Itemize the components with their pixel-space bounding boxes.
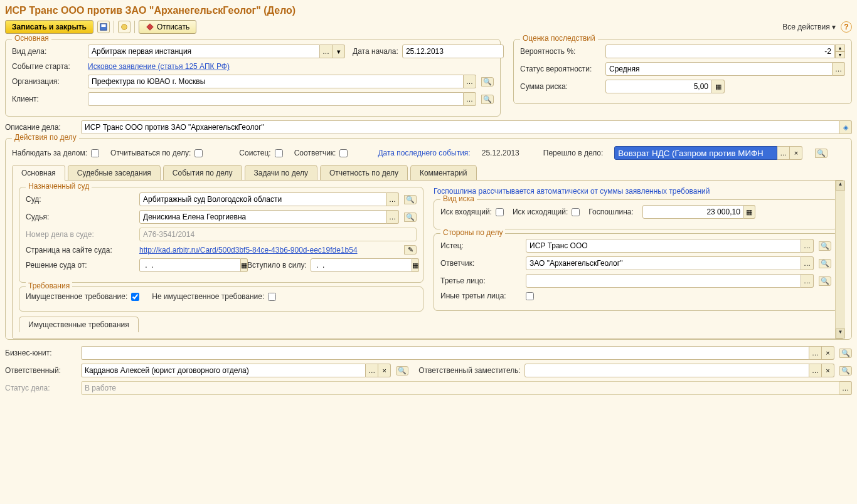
effect-input[interactable] xyxy=(311,258,412,272)
all-actions-dropdown[interactable]: Все действия ▾ xyxy=(782,23,836,31)
search-icon[interactable]: 🔍 xyxy=(819,276,831,286)
risk-input[interactable] xyxy=(605,80,712,93)
judge-label: Судья: xyxy=(26,213,136,221)
codefendant-checkbox[interactable] xyxy=(339,149,348,157)
calculator-icon[interactable]: ▦ xyxy=(712,80,725,93)
unit-input[interactable] xyxy=(81,346,809,360)
prob-label: Вероятность %: xyxy=(520,47,602,56)
scroll-track[interactable] xyxy=(836,191,845,328)
clear-icon[interactable]: × xyxy=(378,364,391,377)
incoming-checkbox[interactable] xyxy=(496,208,504,216)
start-date-input[interactable] xyxy=(402,45,504,58)
search-icon[interactable]: 🔍 xyxy=(819,241,831,251)
report-checkbox-label: Отчитываться по делу: xyxy=(110,149,203,157)
calculator-icon[interactable]: ▦ xyxy=(744,205,755,219)
prop-claim-checkbox[interactable] xyxy=(131,293,139,301)
deputy-input[interactable] xyxy=(524,364,809,377)
fee-input[interactable] xyxy=(642,205,744,219)
defendant-input[interactable] xyxy=(526,256,801,270)
tab-main[interactable]: Основная xyxy=(12,165,65,181)
spinner-up-icon[interactable]: ▲ xyxy=(835,45,845,51)
third-input[interactable] xyxy=(526,274,801,288)
court-page-link[interactable]: http://kad.arbitr.ru/Card/500d3bf5-84ce-… xyxy=(139,246,399,255)
coistets-checkbox[interactable] xyxy=(275,149,283,157)
tab-hearings[interactable]: Судебные заседания xyxy=(68,165,161,181)
calendar-icon[interactable]: ▦ xyxy=(412,258,419,272)
search-icon[interactable]: 🔍 xyxy=(481,95,494,104)
search-icon[interactable]: 🔍 xyxy=(839,366,852,375)
prob-status-input[interactable] xyxy=(605,62,833,76)
decision-input[interactable] xyxy=(139,258,241,272)
client-input[interactable] xyxy=(88,92,464,106)
spinner-down-icon[interactable]: ▼ xyxy=(835,51,845,58)
ellipsis-icon[interactable]: … xyxy=(801,256,814,270)
ellipsis-icon[interactable]: … xyxy=(386,210,399,224)
dropdown-icon[interactable]: ▾ xyxy=(333,45,345,58)
expand-icon[interactable]: ◈ xyxy=(839,120,852,134)
nonprop-claim-checkbox[interactable] xyxy=(268,293,276,301)
court-input[interactable] xyxy=(139,192,386,206)
coistets-label: Соистец: xyxy=(239,149,282,157)
court-label: Суд: xyxy=(26,195,136,204)
search-icon[interactable]: 🔍 xyxy=(819,259,831,268)
spinner[interactable]: ▲▼ xyxy=(835,45,845,58)
unsubscribe-button[interactable]: Отписать xyxy=(139,20,196,34)
search-icon[interactable]: 🔍 xyxy=(404,213,417,222)
save-close-button[interactable]: Записать и закрыть xyxy=(5,20,93,34)
defendant-label: Ответчик: xyxy=(440,259,522,268)
judge-input[interactable] xyxy=(139,210,386,224)
prob-input[interactable] xyxy=(605,45,835,58)
ellipsis-icon[interactable]: … xyxy=(809,346,822,360)
other-third-checkbox[interactable] xyxy=(526,292,534,300)
transferred-input[interactable] xyxy=(614,146,777,160)
case-type-input[interactable] xyxy=(88,45,320,58)
desc-input[interactable] xyxy=(81,120,839,134)
ellipsis-icon[interactable]: … xyxy=(320,45,333,58)
scroll-down-icon[interactable]: ▼ xyxy=(836,328,845,339)
other-third-label: Иные третьи лица: xyxy=(440,291,522,300)
search-icon[interactable]: 🔍 xyxy=(839,349,852,358)
ellipsis-icon[interactable]: … xyxy=(464,92,476,106)
ellipsis-icon[interactable]: … xyxy=(801,239,814,253)
clear-icon[interactable]: × xyxy=(822,364,834,377)
decision-label: Решение суда от: xyxy=(26,261,136,270)
search-icon[interactable]: 🔍 xyxy=(396,366,408,375)
ellipsis-icon[interactable]: … xyxy=(386,192,399,206)
ellipsis-icon[interactable]: … xyxy=(809,364,822,377)
help-icon[interactable]: ? xyxy=(841,21,852,33)
clear-icon[interactable]: × xyxy=(822,346,834,360)
tab-comment[interactable]: Комментарий xyxy=(410,165,477,181)
report-checkbox[interactable] xyxy=(194,149,203,157)
search-icon[interactable]: 🔍 xyxy=(481,77,494,87)
plaintiff-input[interactable] xyxy=(526,239,801,253)
tab-tasks[interactable]: Задачи по делу xyxy=(245,165,317,181)
claims-legend: Требования xyxy=(26,281,72,290)
suit-legend: Вид иска xyxy=(440,194,477,203)
org-input[interactable] xyxy=(88,75,464,88)
ellipsis-icon[interactable]: … xyxy=(464,75,476,88)
search-icon[interactable]: 🔍 xyxy=(404,195,417,204)
scrollbar[interactable]: ▲ ▼ xyxy=(835,181,845,339)
ellipsis-icon[interactable]: … xyxy=(839,381,852,395)
prop-claim-label: Имущественное требование: xyxy=(26,292,139,301)
search-icon[interactable]: 🔍 xyxy=(815,149,828,158)
parties-legend: Стороны по делу xyxy=(440,228,505,237)
svg-rect-1 xyxy=(101,24,105,27)
watch-checkbox[interactable] xyxy=(91,149,99,157)
resp-input[interactable] xyxy=(81,364,366,377)
start-event-link[interactable]: Исковое заявление (статья 125 АПК РФ) xyxy=(88,62,230,71)
tab-reports[interactable]: Отчетность по делу xyxy=(320,165,408,181)
outgoing-checkbox[interactable] xyxy=(572,208,580,216)
ellipsis-icon[interactable]: … xyxy=(366,364,378,377)
clear-icon[interactable]: × xyxy=(790,146,802,160)
nonprop-claim-label: Не имущественное требование: xyxy=(152,292,276,301)
ellipsis-icon[interactable]: … xyxy=(777,146,790,160)
scroll-up-icon[interactable]: ▲ xyxy=(836,181,845,191)
save-icon[interactable] xyxy=(97,21,110,33)
subtab-prop-claims[interactable]: Имущественные требования xyxy=(19,317,139,332)
export-icon[interactable] xyxy=(118,21,130,33)
tab-events[interactable]: События по делу xyxy=(163,165,242,181)
ellipsis-icon[interactable]: … xyxy=(801,274,814,288)
ellipsis-icon[interactable]: … xyxy=(833,62,845,76)
edit-icon[interactable]: ✎ xyxy=(404,245,417,255)
